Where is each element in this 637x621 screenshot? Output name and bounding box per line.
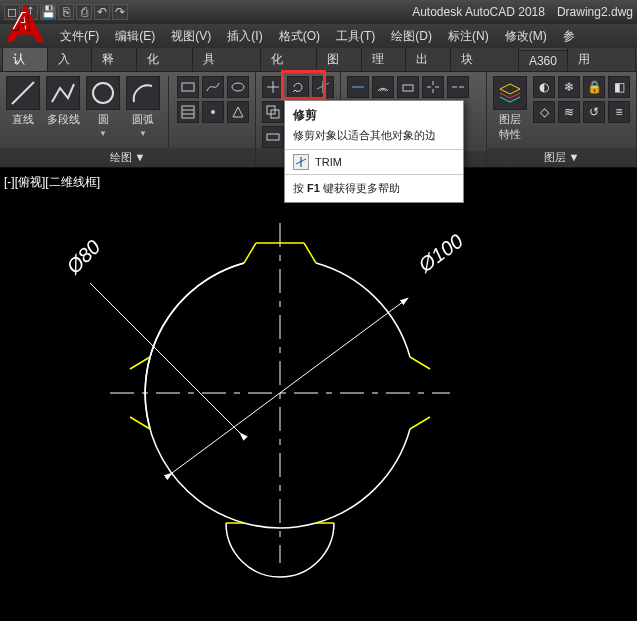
polyline-button[interactable]: 多段线 (46, 76, 80, 127)
tab-a360[interactable]: A360 (518, 50, 568, 71)
menu-more[interactable]: 参 (559, 26, 579, 47)
spline-icon[interactable] (202, 76, 224, 98)
tooltip-trim: 修剪 修剪对象以适合其他对象的边 TRIM 按 F1 键获得更多帮助 (284, 100, 464, 203)
tooltip-command-name: TRIM (315, 156, 342, 168)
draw-small-buttons (177, 76, 249, 123)
chevron-down-icon: ▼ (99, 129, 107, 138)
layer-match-icon[interactable]: ≋ (558, 101, 580, 123)
qat-new-icon[interactable]: ◻ (4, 4, 20, 20)
circle-label: 圆 (98, 112, 109, 127)
dim-80-text: Ø80 (62, 236, 105, 279)
tooltip-command: TRIM (293, 154, 455, 170)
menu-dimension[interactable]: 标注(N) (444, 26, 493, 47)
svg-point-7 (211, 110, 215, 114)
polyline-icon (46, 76, 80, 110)
circle-button[interactable]: 圆 ▼ (86, 76, 120, 138)
polyline-label: 多段线 (47, 112, 80, 127)
region-icon[interactable] (227, 101, 249, 123)
layer-prev-icon[interactable]: ↺ (583, 101, 605, 123)
misc-buttons (347, 76, 469, 98)
separator (285, 174, 463, 175)
layer-properties-label: 图层 特性 (499, 112, 521, 142)
trim-cmd-icon (293, 154, 309, 170)
ellipse-icon[interactable] (227, 76, 249, 98)
layer-color-icon[interactable]: ◧ (608, 76, 630, 98)
svg-line-33 (410, 357, 430, 369)
app-logo[interactable] (4, 24, 48, 48)
offset-icon[interactable] (372, 76, 394, 98)
panel-layers: 图层 特性 ◐ ❄ 🔒 ◧ ◇ ≋ ↺ ≡ 图层 ▼ (487, 72, 637, 167)
separator (168, 76, 169, 148)
dim-100-text: Ø100 (414, 230, 467, 277)
extend-icon[interactable] (347, 76, 369, 98)
layer-lock-icon[interactable]: 🔒 (583, 76, 605, 98)
tooltip-help: 按 F1 键获得更多帮助 (293, 181, 455, 196)
svg-rect-2 (182, 83, 194, 91)
menu-insert[interactable]: 插入(I) (223, 26, 266, 47)
arc-icon (126, 76, 160, 110)
qat-undo-icon[interactable]: ↶ (94, 4, 110, 20)
menu-tools[interactable]: 工具(T) (332, 26, 379, 47)
arc-label: 圆弧 (132, 112, 154, 127)
svg-rect-13 (267, 134, 279, 140)
menu-edit[interactable]: 编辑(E) (111, 26, 159, 47)
line-button[interactable]: 直线 (6, 76, 40, 127)
svg-point-3 (232, 83, 244, 91)
chevron-down-icon: ▼ (139, 129, 147, 138)
join-icon[interactable] (447, 76, 469, 98)
menu-draw[interactable]: 绘图(D) (387, 26, 436, 47)
svg-rect-4 (182, 106, 194, 118)
hatch-icon[interactable] (177, 101, 199, 123)
menu-bar: 文件(F) 编辑(E) 视图(V) 插入(I) 格式(O) 工具(T) 绘图(D… (0, 24, 637, 48)
layer-state-icon[interactable]: ≡ (608, 101, 630, 123)
svg-line-37 (172, 298, 408, 473)
svg-line-29 (304, 243, 316, 263)
layers-icon (493, 76, 527, 110)
line-label: 直线 (12, 112, 34, 127)
qat-save-icon[interactable]: 💾 (40, 4, 56, 20)
layer-freeze-icon[interactable]: ❄ (558, 76, 580, 98)
svg-rect-21 (403, 85, 413, 91)
svg-line-39 (90, 283, 130, 323)
svg-marker-8 (233, 107, 243, 117)
menu-view[interactable]: 视图(V) (167, 26, 215, 47)
menu-modify[interactable]: 修改(M) (501, 26, 551, 47)
point-icon[interactable] (202, 101, 224, 123)
layer-off-icon[interactable]: ◐ (533, 76, 555, 98)
svg-line-0 (12, 82, 34, 104)
line-icon (6, 76, 40, 110)
menu-file[interactable]: 文件(F) (56, 26, 103, 47)
qat-redo-icon[interactable]: ↷ (112, 4, 128, 20)
app-title: Autodesk AutoCAD 2018 (412, 5, 545, 19)
svg-point-1 (93, 83, 113, 103)
separator (285, 149, 463, 150)
trim-icon[interactable] (312, 76, 334, 98)
panel-layers-title[interactable]: 图层 ▼ (487, 148, 636, 167)
circle-icon (86, 76, 120, 110)
title-bar: ◻ ⤴ 💾 ⎘ ⎙ ↶ ↷ Autodesk AutoCAD 2018 Draw… (0, 0, 637, 24)
stretch-icon[interactable] (262, 126, 284, 148)
drawing-svg: Ø100 Ø80 (0, 168, 637, 621)
svg-line-34 (410, 417, 430, 429)
explode-icon[interactable] (422, 76, 444, 98)
layer-iso-icon[interactable]: ◇ (533, 101, 555, 123)
erase-icon[interactable] (397, 76, 419, 98)
drawing-canvas[interactable]: [-][俯视][二维线框] (0, 168, 637, 621)
qat-print-icon[interactable]: ⎙ (76, 4, 92, 20)
document-name: Drawing2.dwg (557, 5, 633, 19)
ribbon-tabs: 默认 插入 注释 参数化 三维工具 可视化 视图 管理 输出 附加模块 A360… (0, 48, 637, 72)
panel-draw-title[interactable]: 绘图 ▼ (0, 148, 255, 167)
qat-saveas-icon[interactable]: ⎘ (58, 4, 74, 20)
tooltip-title: 修剪 (293, 107, 455, 124)
layer-buttons: ◐ ❄ 🔒 ◧ ◇ ≋ ↺ ≡ (533, 76, 630, 123)
move-icon[interactable] (262, 76, 284, 98)
copy-icon[interactable] (262, 101, 284, 123)
rectangle-icon[interactable] (177, 76, 199, 98)
panel-draw: 直线 多段线 圆 ▼ 圆弧 ▼ (0, 72, 256, 167)
menu-format[interactable]: 格式(O) (275, 26, 324, 47)
svg-line-28 (244, 243, 256, 263)
tooltip-desc: 修剪对象以适合其他对象的边 (293, 128, 455, 143)
arc-button[interactable]: 圆弧 ▼ (126, 76, 160, 138)
layer-properties-button[interactable]: 图层 特性 (493, 76, 527, 142)
rotate-icon[interactable] (287, 76, 309, 98)
